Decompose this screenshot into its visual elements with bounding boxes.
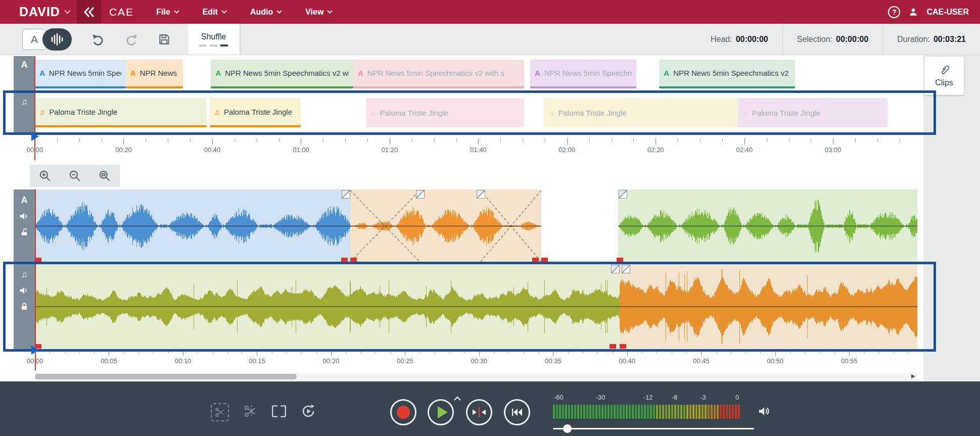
- user-icon[interactable]: [908, 7, 918, 17]
- lock-open-icon[interactable]: [20, 228, 29, 237]
- edit-point-marker[interactable]: [541, 258, 548, 262]
- meter-segment: [708, 405, 710, 419]
- edit-point-marker[interactable]: [620, 344, 626, 349]
- speech-waveform[interactable]: [35, 189, 917, 263]
- go-to-edit-point-button[interactable]: [466, 399, 492, 425]
- horizontal-scrollbar[interactable]: [35, 373, 917, 380]
- redo-button[interactable]: [124, 32, 138, 46]
- overview-clip[interactable]: ♫Paloma Triste Jingle: [738, 98, 888, 127]
- editor-music-track[interactable]: [35, 264, 917, 349]
- split-clip-button[interactable]: [271, 404, 287, 420]
- ruler-tick: [745, 350, 746, 353]
- david-logo[interactable]: DAVID: [19, 5, 71, 19]
- overview-track-music-strip[interactable]: ♫: [14, 92, 35, 132]
- shuffle-button[interactable]: Shuffle: [188, 24, 239, 55]
- ruler-tick: [102, 138, 102, 142]
- editor-playhead-marker[interactable]: [31, 346, 39, 355]
- overview-clip[interactable]: ANPR News 5min Speechmatics v2 with: [211, 60, 353, 88]
- play-options-caret[interactable]: [454, 394, 461, 403]
- replay-button[interactable]: [301, 404, 316, 421]
- double-chevron-left-icon: [83, 7, 95, 18]
- chevron-down-icon: [221, 10, 227, 14]
- overview-clip[interactable]: ANPR News 5: [126, 60, 183, 88]
- fade-handle[interactable]: [611, 265, 620, 273]
- ruler-tick: [367, 138, 368, 142]
- editor-playhead[interactable]: [35, 189, 36, 370]
- overview-clip[interactable]: ♫Paloma Triste Jingle: [544, 98, 737, 127]
- zoom-out-button[interactable]: [68, 169, 81, 182]
- menu-edit[interactable]: Edit: [203, 8, 227, 17]
- meter-segment: [595, 405, 597, 419]
- overview-clip[interactable]: ♫Paloma Triste Jingle: [366, 98, 524, 127]
- help-button[interactable]: ?: [888, 6, 900, 18]
- ruler-tick: [279, 138, 279, 142]
- scroll-right-arrow[interactable]: [911, 374, 915, 378]
- clip-label: NPR News 5min Speechmatics v2 with s: [367, 69, 504, 77]
- overview-clip[interactable]: ANPR News 5min Speech: [35, 60, 126, 88]
- volume-slider[interactable]: [553, 424, 754, 433]
- monitor-speaker-button[interactable]: [757, 405, 771, 419]
- clip-label: NPR News 5min Speech: [49, 69, 121, 77]
- editor-ruler[interactable]: 00:0000:0500:1000:1500:2000:2500:3000:35…: [35, 350, 917, 370]
- speaker-icon[interactable]: [19, 286, 29, 295]
- overview-speech-track[interactable]: ANPR News 5min SpeechANPR News 5ANPR New…: [35, 56, 917, 92]
- fade-handle[interactable]: [477, 190, 485, 199]
- edit-point-marker[interactable]: [341, 258, 348, 262]
- overview-clip[interactable]: ♫Paloma Triste Jingle: [210, 98, 301, 127]
- fade-handle[interactable]: [619, 190, 627, 199]
- shuffle-mode-indicator: [199, 44, 228, 46]
- editor-track1-strip[interactable]: A: [14, 189, 35, 263]
- selection-time: Selection:00:00:00: [782, 24, 882, 55]
- zoom-in-button[interactable]: [38, 169, 52, 182]
- music-waveform[interactable]: [35, 264, 917, 349]
- edit-point-marker[interactable]: [350, 258, 357, 262]
- waveform-mode-button[interactable]: [42, 28, 72, 51]
- meter-segment: [717, 405, 719, 419]
- volume-slider-thumb[interactable]: [563, 424, 572, 433]
- ruler-tick: [464, 350, 465, 353]
- overview-ruler[interactable]: 00:0000:2000:4001:0001:2001:4002:0002:20…: [35, 138, 917, 160]
- editor-track2-strip[interactable]: ♫: [14, 264, 35, 349]
- record-button[interactable]: [390, 399, 416, 425]
- fade-handle-icon: [416, 190, 424, 198]
- overview-clip[interactable]: ANPR News 5min Speechma: [530, 60, 636, 88]
- menu-view[interactable]: View: [305, 8, 333, 17]
- undo-button[interactable]: [91, 32, 105, 46]
- edit-point-marker[interactable]: [532, 258, 539, 262]
- speaker-icon[interactable]: [19, 212, 29, 221]
- save-button[interactable]: [158, 33, 171, 46]
- ruler-tick: [153, 350, 154, 353]
- overview-clip[interactable]: ♫Paloma Triste Jingle: [35, 98, 207, 127]
- ruler-tick: [376, 350, 376, 353]
- overview-clip[interactable]: ANPR News 5min Speechmatics v2 w: [659, 60, 795, 88]
- zoom-fit-button[interactable]: [98, 169, 111, 182]
- right-rail: [923, 55, 980, 381]
- time-readouts: Head:00:00:00 Selection:00:00:00 Duratio…: [696, 24, 980, 55]
- edit-point-marker[interactable]: [617, 258, 623, 262]
- overview-clip[interactable]: ANPR News 5min Speechmatics v2 with s: [353, 60, 524, 88]
- overview-music-track[interactable]: ♫Paloma Triste Jingle♫Paloma Triste Jing…: [35, 92, 917, 132]
- play-button[interactable]: [428, 399, 454, 425]
- fade-handle[interactable]: [416, 190, 425, 199]
- menu-audio[interactable]: Audio: [250, 8, 282, 17]
- rewind-to-start-button[interactable]: [504, 399, 530, 425]
- lock-closed-icon[interactable]: [20, 302, 29, 311]
- ruler-label: 02:40: [736, 146, 753, 154]
- scrollbar-thumb[interactable]: [35, 374, 297, 379]
- fade-handle[interactable]: [342, 190, 350, 199]
- fade-handle[interactable]: [622, 265, 630, 273]
- cut-at-playhead-button[interactable]: [243, 404, 257, 420]
- menu-file[interactable]: File: [156, 8, 179, 17]
- meter-segment: [680, 405, 682, 419]
- overview-track-a-strip[interactable]: A: [14, 56, 35, 92]
- clips-panel-label: Clips: [935, 78, 953, 87]
- menu-label: File: [156, 8, 170, 17]
- zoom-out-icon: [68, 169, 81, 182]
- clips-panel-button[interactable]: Clips: [924, 57, 964, 95]
- overview-playhead-marker[interactable]: [31, 132, 39, 141]
- clip-type-icon: A: [664, 69, 669, 77]
- edit-point-marker[interactable]: [610, 344, 616, 349]
- editor-speech-track[interactable]: [35, 189, 917, 263]
- cut-selection-button[interactable]: [211, 403, 229, 421]
- overview-playhead[interactable]: [34, 56, 35, 160]
